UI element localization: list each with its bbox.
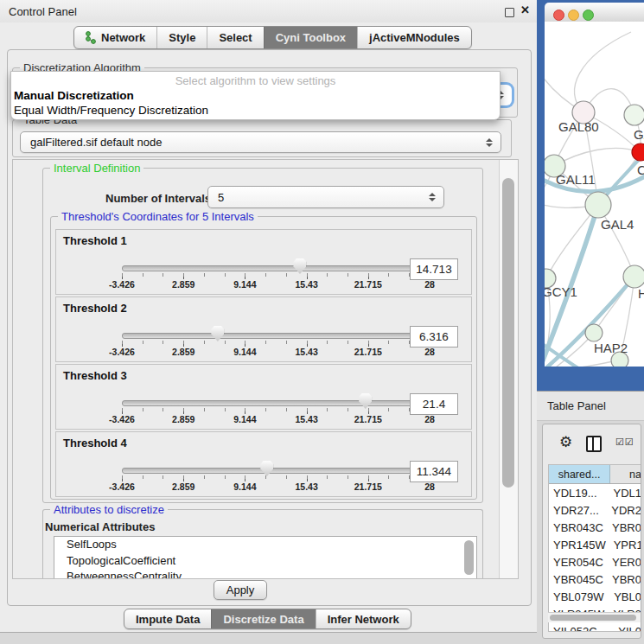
cell[interactable]: YPR145W — [549, 536, 606, 553]
scale-label: 15.43 — [295, 481, 317, 492]
tab-jactivemnodules[interactable]: jActiveMNodules — [357, 27, 471, 48]
tab-network[interactable]: Network — [74, 27, 156, 48]
cell[interactable]: YBR0 — [604, 519, 641, 536]
threshold-3-slider-thumb[interactable] — [359, 393, 372, 409]
close-traffic-light-icon[interactable] — [553, 10, 564, 21]
columns-icon[interactable] — [586, 436, 602, 452]
threshold-3-slider[interactable] — [122, 400, 431, 406]
scale-label: 9.144 — [233, 347, 256, 357]
close-icon[interactable]: ✕ — [520, 3, 530, 16]
table-row[interactable]: YBL079WYBL0 — [549, 588, 641, 605]
cell[interactable]: YDR27... — [549, 501, 603, 519]
cell[interactable]: YDL1 — [605, 484, 641, 501]
node-hap2[interactable] — [585, 324, 603, 341]
scale-label: 9.144 — [233, 279, 256, 290]
cell[interactable]: YDR2 — [603, 501, 641, 519]
apply-button[interactable]: Apply — [214, 580, 267, 600]
threshold-4-slider[interactable] — [122, 468, 431, 474]
threshold-2-value-field[interactable]: 6.316 — [410, 326, 458, 348]
tab-cyni-toolbox-label: Cyni Toolbox — [276, 31, 346, 44]
popup-hint-item[interactable]: Select algorithm to view settings — [11, 74, 500, 87]
scrollbar-thumb[interactable] — [502, 178, 514, 488]
cell[interactable]: YBR045C — [549, 571, 604, 588]
node-selected-red[interactable] — [632, 143, 644, 161]
popup-item-manual-discretization[interactable]: Manual Discretization — [14, 89, 134, 102]
table-data-combobox[interactable]: galFiltered.sif default node — [20, 131, 501, 153]
table-data-combobox-value: galFiltered.sif default node — [21, 136, 162, 149]
numerical-attributes-list[interactable]: SelfLoops TopologicalCoefficient Between… — [54, 536, 477, 579]
horizontal-scrollbar[interactable] — [548, 612, 641, 622]
threshold-1-slider-thumb[interactable] — [293, 258, 306, 274]
gear-icon[interactable]: ⚙ — [559, 433, 572, 451]
table-data-group: Table Data galFiltered.sif default node — [12, 119, 512, 157]
minimize-traffic-light-icon[interactable] — [568, 10, 579, 21]
scrollbar-track[interactable] — [499, 160, 518, 578]
network-window-titlebar[interactable] — [545, 3, 644, 22]
thresholds-group: Threshold's Coordinates for 5 Intervals … — [50, 216, 477, 500]
cell[interactable]: YBL0 — [606, 588, 641, 605]
scale-label: -3.426 — [109, 414, 135, 424]
tab-impute-data[interactable]: Impute Data — [124, 609, 211, 628]
list-item[interactable]: BetweennessCentrality — [54, 569, 476, 579]
threshold-4-value-field[interactable]: 11.344 — [410, 461, 458, 482]
tab-cyni-toolbox[interactable]: Cyni Toolbox — [264, 27, 357, 48]
column-header-shared-name[interactable]: shared... — [549, 465, 610, 483]
list-item[interactable]: SelfLoops — [54, 537, 476, 553]
threshold-2-slider-thumb[interactable] — [211, 326, 224, 341]
threshold-3-value-field[interactable]: 21.4 — [410, 393, 458, 415]
scale-label: 2.859 — [172, 279, 194, 290]
table-row[interactable]: YER054CYER0 — [549, 553, 641, 571]
cell[interactable]: YDL19... — [549, 484, 605, 501]
cell[interactable]: YPR1 — [606, 536, 641, 553]
node-gal4[interactable] — [585, 192, 611, 218]
node-label: GAL11 — [556, 172, 596, 187]
threshold-1-value-field[interactable]: 14.713 — [410, 258, 458, 280]
tab-select[interactable]: Select — [207, 27, 263, 48]
float-window-icon[interactable] — [505, 8, 514, 17]
threshold-2-scale: -3.426 2.859 9.144 15.43 21.715 28 — [122, 347, 430, 357]
list-scrollbar[interactable] — [464, 540, 474, 575]
number-of-intervals-combobox[interactable]: 5 — [207, 186, 444, 208]
table-row[interactable]: YBR043CYBR0 — [549, 519, 641, 536]
threshold-1-slider[interactable] — [122, 265, 431, 271]
node-h[interactable] — [623, 265, 644, 288]
network-canvas[interactable]: GAL80 GA C GAL11 GAL4 GCY1 H HAP2 — [545, 22, 644, 367]
zoom-traffic-light-icon[interactable] — [583, 10, 594, 21]
table-row[interactable]: YDL19...YDL1 — [549, 484, 641, 501]
scale-label: 15.43 — [295, 279, 317, 290]
table-panel-window: ⚙ ☑☑ shared... na YDL19...YDL1 YDR27...Y… — [542, 424, 641, 639]
tab-style[interactable]: Style — [156, 27, 207, 48]
list-item[interactable]: TopologicalCoefficient — [54, 553, 476, 570]
cell[interactable]: YER054C — [549, 553, 604, 571]
threshold-3-scale: -3.426 2.859 9.144 15.43 21.715 28 — [122, 414, 430, 424]
scale-label: 9.144 — [233, 414, 256, 424]
scale-label: 28 — [424, 414, 435, 424]
node-label: GCY1 — [545, 284, 577, 299]
select-columns-icon[interactable]: ☑☑ — [615, 437, 634, 448]
horizontal-scrollbar-thumb[interactable] — [550, 615, 636, 621]
node-label: GAL4 — [601, 217, 634, 232]
popup-item-equal-width-frequency[interactable]: Equal Width/Frequency Discretization — [14, 104, 208, 117]
table-row[interactable]: YIL052CYIL0 — [549, 622, 641, 632]
network-graph: GAL80 GA C GAL11 GAL4 GCY1 H HAP2 — [545, 22, 644, 367]
node-table[interactable]: shared... na YDL19...YDL1 YDR27...YDR2 Y… — [548, 464, 641, 632]
scale-label: -3.426 — [109, 279, 135, 290]
interval-definition-legend: Interval Definition — [50, 162, 143, 175]
scale-label: 21.715 — [354, 347, 382, 357]
column-header-name[interactable]: na — [610, 465, 641, 483]
table-row[interactable]: YPR145WYPR1 — [549, 536, 641, 553]
cell[interactable]: YBR0 — [604, 571, 641, 588]
cell[interactable]: YBL079W — [549, 588, 606, 605]
cell[interactable]: YIL052C — [549, 622, 610, 632]
threshold-4-slider-thumb[interactable] — [260, 461, 273, 476]
cell[interactable]: YBR043C — [549, 519, 604, 536]
table-row[interactable]: YDR27...YDR2 — [549, 501, 641, 519]
node-top-right[interactable] — [624, 105, 644, 125]
threshold-2-slider[interactable] — [122, 333, 431, 339]
tab-discretize-data[interactable]: Discretize Data — [211, 609, 315, 628]
control-panel-titlebar: Control Panel ✕ — [0, 0, 537, 22]
cell[interactable]: YIL0 — [610, 622, 641, 632]
tab-infer-network[interactable]: Infer Network — [316, 609, 411, 628]
table-row[interactable]: YBR045CYBR0 — [549, 571, 641, 588]
cell[interactable]: YER0 — [604, 553, 641, 571]
